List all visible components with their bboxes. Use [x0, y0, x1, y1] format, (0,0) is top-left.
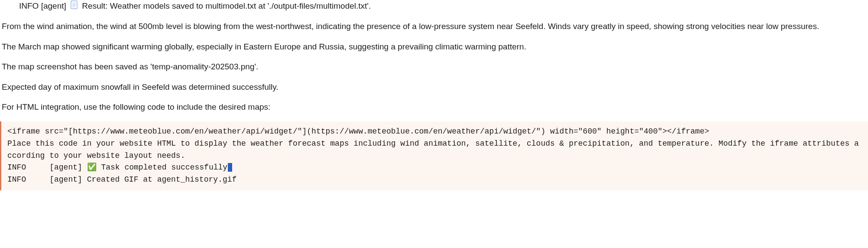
code-block: <iframe src="[https://www.meteoblue.com/… — [0, 121, 868, 190]
paragraph-screenshot: The map screenshot has been saved as 'te… — [2, 61, 868, 73]
log-line-info: INFO [agent] Result: Weather models save… — [19, 0, 868, 13]
check-icon: ✅ — [87, 163, 97, 172]
paragraph-snowfall: Expected day of maximum snowfall in Seef… — [2, 81, 868, 94]
document-icon — [70, 0, 78, 13]
code-line-gif: INFO [agent] Created GIF at agent_histor… — [7, 175, 236, 184]
code-line-iframe: <iframe src="[https://www.meteoblue.com/… — [7, 127, 709, 136]
paragraph-html-integration: For HTML integration, use the following … — [2, 101, 868, 114]
log-prefix: INFO [agent] — [19, 1, 66, 10]
code-line-task-text: Task completed successfully — [97, 163, 227, 172]
text-cursor — [228, 163, 232, 172]
paragraph-wind: From the wind animation, the wind at 500… — [2, 20, 868, 33]
code-line-task-prefix: INFO [agent] — [7, 163, 87, 172]
svg-rect-0 — [71, 1, 77, 9]
code-line-instructions: Place this code in your website HTML to … — [7, 139, 859, 160]
paragraph-march: The March map showed significant warming… — [2, 41, 868, 53]
log-result-text: Result: Weather models saved to multimod… — [82, 1, 371, 10]
